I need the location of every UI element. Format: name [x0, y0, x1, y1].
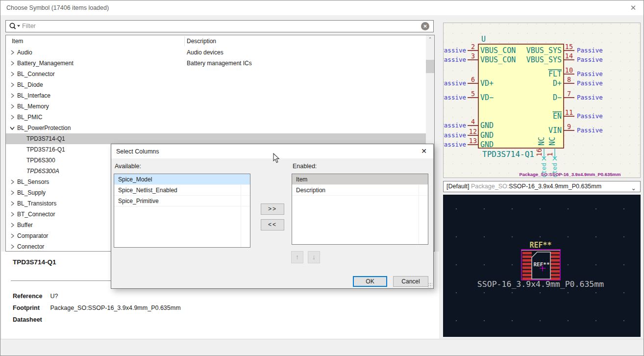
grid-dot: [568, 236, 569, 237]
detail-value: U?: [50, 293, 58, 300]
pin-number: 5: [471, 90, 475, 98]
tree-item-label: BL_Connector: [17, 69, 55, 79]
tree-item-label: BL_Memory: [17, 101, 49, 112]
tree-row[interactable]: BL_PMIC: [6, 112, 426, 123]
footprint-pad: [522, 266, 532, 269]
scrollbar-up-icon[interactable]: ⌃: [426, 35, 434, 44]
chevron-collapsed-icon[interactable]: [9, 60, 15, 66]
bottom-bar: Select with Browser Place repeated copie…: [0, 339, 644, 356]
pin-type-label: Passive: [577, 112, 603, 120]
scrollbar-thumb[interactable]: [426, 60, 434, 73]
tree-row[interactable]: BL_Diode: [6, 79, 426, 90]
dialog-close-icon[interactable]: ✕: [419, 147, 429, 155]
pin-name: GND: [480, 131, 494, 140]
chevron-collapsed-icon[interactable]: [9, 50, 15, 55]
chevron-collapsed-icon[interactable]: [9, 222, 15, 228]
move-left-button[interactable]: <<: [261, 219, 284, 230]
pin-name: FLT: [548, 70, 562, 78]
detail-label: Reference: [13, 293, 49, 300]
dialog-cancel-button[interactable]: Cancel: [393, 276, 428, 287]
pin-type-label: Passive: [577, 47, 603, 54]
tree-item-label: BL_Interface: [17, 90, 50, 101]
tree-row[interactable]: AudioAudio devices: [6, 47, 426, 58]
available-columns-list[interactable]: Spice_ModelSpice_Netlist_EnabledSpice_Pr…: [114, 174, 250, 248]
filter-clear-icon[interactable]: ✕: [421, 22, 429, 30]
chevron-collapsed-icon[interactable]: [9, 103, 15, 109]
pin-number: 3: [471, 52, 475, 60]
grid-dot: [540, 208, 541, 209]
grid-dot: [595, 264, 596, 265]
move-up-button[interactable]: ↑: [291, 251, 303, 263]
tree-row[interactable]: BL_Memory: [6, 101, 426, 112]
tree-row[interactable]: TPD3S714-Q1: [6, 133, 426, 144]
tree-row[interactable]: BL_PowerProtection: [6, 123, 426, 133]
move-down-button[interactable]: ↓: [308, 251, 320, 263]
dialog-ok-button[interactable]: OK: [353, 276, 387, 287]
detail-row-datasheet: Datasheet: [13, 316, 49, 323]
mouse-cursor: [273, 153, 280, 163]
pin-type-label: Passive: [577, 56, 603, 63]
chevron-collapsed-icon[interactable]: [9, 211, 15, 217]
chevron-collapsed-icon[interactable]: [9, 179, 15, 185]
footprint-select[interactable]: [Default] Package_SO:SSOP-16_3.9x4.9mm_P…: [443, 181, 641, 192]
footprint-pad: [522, 255, 532, 258]
tree-column-description[interactable]: Description: [187, 38, 216, 45]
resize-grip[interactable]: [427, 282, 432, 287]
enabled-columns-list[interactable]: ItemDescription: [292, 174, 428, 245]
grid-dot: [568, 264, 569, 265]
footprint-pad: [550, 259, 560, 261]
dialog-title-bar: Select Columns ✕: [111, 144, 433, 158]
footprint-pad: [522, 252, 532, 254]
window-close-icon[interactable]: ✕: [628, 3, 639, 12]
grid-dot: [456, 320, 457, 321]
chevron-collapsed-icon[interactable]: [9, 114, 15, 120]
chevron-collapsed-icon[interactable]: [9, 201, 15, 206]
tree-row[interactable]: BL_Connector: [6, 69, 426, 79]
grid-dot: [456, 292, 457, 293]
detail-label: Footprint: [13, 305, 49, 311]
tree-item-label: BL_PMIC: [17, 112, 42, 123]
chevron-collapsed-icon[interactable]: [9, 93, 15, 99]
pin-name: GND: [480, 140, 494, 149]
select-columns-dialog: Select Columns ✕ Available: Enabled: Spi…: [111, 144, 434, 289]
pin-number: 2: [471, 43, 475, 51]
grid-dot: [456, 264, 457, 265]
filter-input[interactable]: [5, 20, 434, 32]
list-item[interactable]: Description: [292, 185, 428, 196]
chevron-collapsed-icon[interactable]: [9, 244, 15, 250]
chevron-collapsed-icon[interactable]: [9, 233, 15, 239]
chevron-collapsed-icon[interactable]: [9, 71, 15, 77]
detail-symbol-name: TPD3S714-Q1: [13, 258, 56, 266]
pin-number: 15: [565, 43, 573, 51]
tree-row[interactable]: BL_Interface: [6, 90, 426, 101]
symbol-preview-drawing: U2VBUS_CONPassive3VBUS_CONPassive6VD+Pas…: [444, 23, 641, 178]
tree-item-label: BL_Transistors: [17, 198, 56, 209]
pin-name: D−: [553, 93, 562, 102]
pin-name: NC: [548, 137, 557, 146]
chevron-collapsed-icon[interactable]: [9, 82, 15, 88]
footprint-pad: [522, 263, 532, 265]
chevron-collapsed-icon[interactable]: [9, 190, 15, 196]
list-item[interactable]: Spice_Primitive: [114, 196, 250, 206]
tree-item-label: Connector: [17, 241, 44, 252]
list-item[interactable]: Item: [292, 174, 428, 185]
move-right-button[interactable]: >>: [261, 203, 284, 215]
list-item[interactable]: Spice_Model: [114, 174, 250, 185]
pin-name: GND: [480, 121, 494, 130]
grid-dot: [568, 320, 569, 321]
chevron-expanded-icon[interactable]: [9, 125, 15, 131]
tree-item-label: BL_PowerProtection: [17, 123, 71, 133]
enabled-label: Enabled:: [293, 163, 317, 170]
pin-type-label: Passive: [577, 79, 603, 87]
tree-item-label: Buffer: [17, 220, 33, 230]
footprint-pad: [522, 270, 532, 273]
list-item[interactable]: Spice_Netlist_Enabled: [114, 185, 250, 196]
choose-symbol-window: Choose Symbol (17406 items loaded) ✕ Fil…: [0, 0, 644, 356]
tree-column-item[interactable]: Item: [12, 38, 23, 45]
pin-type-label: Passive: [444, 122, 466, 129]
pin-type-label: Passive: [577, 70, 603, 77]
grid-dot: [623, 264, 624, 265]
tree-row[interactable]: Battery_ManagementBattery management ICs: [6, 58, 426, 69]
grid-dot: [484, 264, 485, 265]
pin-name: VIN: [548, 126, 562, 135]
